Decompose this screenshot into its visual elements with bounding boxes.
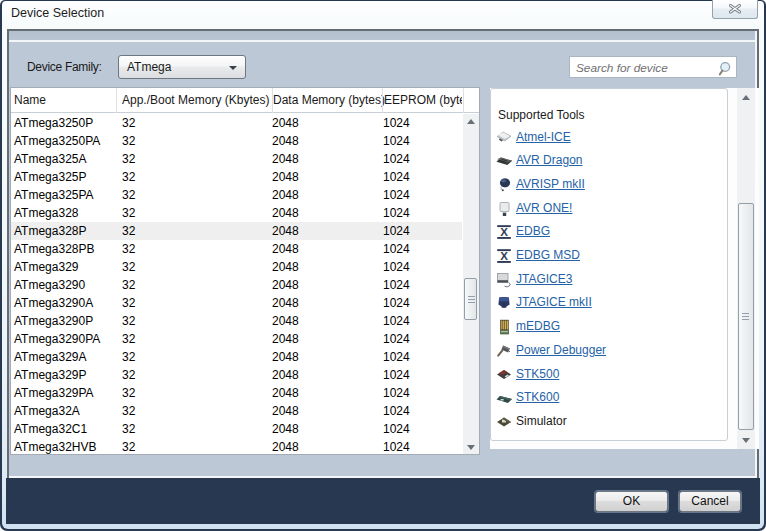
svg-text:X: X bbox=[500, 226, 508, 238]
svg-text:X: X bbox=[500, 250, 508, 262]
